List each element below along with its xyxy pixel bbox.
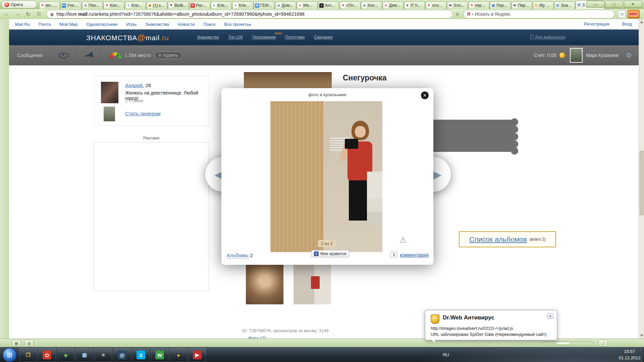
scroll-down-icon[interactable] xyxy=(640,335,643,337)
vertical-scrollbar[interactable] xyxy=(639,19,644,339)
tray-icon[interactable] xyxy=(464,352,470,358)
site-header-link[interactable]: ПриложенияNEW! xyxy=(252,35,276,40)
tray-icon[interactable] xyxy=(493,352,499,358)
browser-tab[interactable]: W Хло... xyxy=(447,1,468,9)
close-button[interactable]: ✕ xyxy=(624,1,642,8)
lightbox-close-icon[interactable]: ✕ xyxy=(421,92,429,99)
mailru-nav-link[interactable]: Mail.Ru xyxy=(15,22,30,27)
taskbar-app-button[interactable]: O xyxy=(38,348,56,362)
raise-rank-button[interactable]: ⬆ поднять xyxy=(155,52,181,59)
taskbar-app-button[interactable]: @ xyxy=(113,348,131,362)
mailru-nav-link[interactable]: Игры xyxy=(126,22,137,27)
mailru-nav-link[interactable]: Знакомства xyxy=(145,22,169,27)
drweb-close-icon[interactable]: ✕ xyxy=(547,313,553,319)
taskbar-app-button[interactable]: ● xyxy=(170,348,187,362)
tray-icon[interactable] xyxy=(561,352,567,358)
tray-icon[interactable] xyxy=(600,352,606,358)
taskbar-app-button[interactable]: ☻ xyxy=(57,348,74,362)
messages-button[interactable]: Сообщения xyxy=(9,45,51,65)
fit-width-button[interactable]: ▥ xyxy=(25,340,34,347)
taskbar-clock[interactable]: 23:57 01.12.2012 xyxy=(617,348,642,361)
mailru-nav-link[interactable]: Мой Мир xyxy=(59,22,77,27)
tray-icon[interactable] xyxy=(551,352,557,358)
wand-key-icon[interactable]: ⚿ xyxy=(35,10,43,18)
tray-icon[interactable] xyxy=(483,352,489,358)
browser-tab[interactable]: ≡ Ант... xyxy=(318,1,339,9)
browser-tab[interactable]: м Дем... xyxy=(382,1,404,9)
browser-tab[interactable]: Я мо...... xyxy=(39,1,60,9)
browser-tab[interactable]: ▣ (1) к... xyxy=(146,1,167,9)
photos-link[interactable]: Фото (2) xyxy=(248,336,266,339)
tray-icon[interactable] xyxy=(590,352,596,358)
site-header-link[interactable]: Попутчики xyxy=(285,35,305,40)
browser-tab[interactable]: ▤ Дом... xyxy=(275,1,296,9)
taskbar-app-button[interactable]: S xyxy=(132,348,150,362)
language-indicator[interactable]: RU xyxy=(443,352,449,357)
score-label[interactable]: Счёт: 0.00 xyxy=(534,53,556,58)
browser-tab[interactable]: W Пер... xyxy=(511,1,532,9)
browser-tab[interactable]: ▤ Пер... xyxy=(490,1,511,9)
user-name[interactable]: Марк Кузовлев xyxy=(586,53,619,58)
leader-avatar[interactable] xyxy=(104,107,115,121)
reload-button[interactable]: ↻ xyxy=(24,10,32,18)
images-toggle-button[interactable]: ▦ xyxy=(12,340,21,347)
settings-gear-icon[interactable]: ⚙ xyxy=(626,51,632,59)
hscroll-thumb[interactable] xyxy=(556,342,570,345)
broadcast-button[interactable] xyxy=(77,45,101,65)
search-engine-dropdown-icon[interactable]: ▾ xyxy=(472,12,473,16)
forward-button[interactable]: → xyxy=(13,10,21,18)
mobile-version-link[interactable]: Для мобильного xyxy=(530,35,566,40)
browser-tab[interactable]: e Кли... xyxy=(125,1,146,9)
browser-tab[interactable]: ✎ ВЫБ... xyxy=(168,1,189,9)
become-leader-link[interactable]: Стать лидером xyxy=(125,111,161,116)
mailru-nav-link[interactable]: Поиск xyxy=(203,22,215,27)
browser-tab[interactable]: ♘ Му ... xyxy=(533,1,554,9)
tray-icon[interactable] xyxy=(542,352,548,358)
back-button[interactable]: ← xyxy=(3,10,11,18)
scrollbar-thumb[interactable] xyxy=(640,151,644,215)
visibility-toggle[interactable] xyxy=(51,45,77,65)
browser-tab[interactable]: PC Учи... xyxy=(60,1,82,9)
register-link[interactable]: Регистрация xyxy=(584,21,609,26)
user-avatar[interactable] xyxy=(570,48,583,63)
browser-tab[interactable]: Я пер... xyxy=(468,1,489,9)
site-header-link[interactable]: Знакомства xyxy=(197,35,219,40)
yandex-icon[interactable]: Я xyxy=(467,11,470,17)
browser-tab[interactable]: Я «По... xyxy=(339,1,361,9)
site-header-link[interactable]: Свидания xyxy=(314,35,332,40)
zoom-panel-button[interactable]: ▢ xyxy=(598,340,608,347)
albums-list-link[interactable]: Список альбомов xyxy=(469,235,527,243)
start-button[interactable]: ⊞ xyxy=(3,348,17,362)
browser-tab[interactable]: Я хло... xyxy=(425,1,446,9)
taskbar-app-button[interactable]: ▦ xyxy=(76,348,93,362)
site-logo[interactable]: ЗНАКОМСТВА@mail.ru xyxy=(86,33,169,42)
tray-icon[interactable] xyxy=(571,352,577,358)
browser-tab[interactable]: e Кли... xyxy=(211,1,232,9)
minimize-button[interactable]: — xyxy=(586,1,604,8)
browser-tab[interactable]: O Рас... xyxy=(189,1,210,9)
briefcase-icon[interactable]: 8892 xyxy=(628,10,640,18)
tray-icon[interactable] xyxy=(522,352,528,358)
tray-icon[interactable] xyxy=(454,352,460,358)
tray-icon[interactable] xyxy=(532,352,538,358)
browser-tab[interactable]: ▤ Кон... xyxy=(361,1,382,9)
albums-link[interactable]: Альбомы xyxy=(227,252,249,258)
browser-tab[interactable]: it IT h... xyxy=(404,1,425,9)
lightbox-photo[interactable]: 2 из 2 xyxy=(270,101,382,252)
report-warning-icon[interactable]: ⚠ xyxy=(399,235,407,245)
tray-icon[interactable] xyxy=(610,352,616,358)
taskbar-app-button[interactable]: W xyxy=(151,348,168,362)
browser-tab[interactable]: ▤ Пио... xyxy=(82,1,103,9)
page-doc-icon[interactable]: ▤ xyxy=(618,10,626,18)
tray-icon[interactable] xyxy=(581,352,587,358)
mailru-nav-link[interactable]: Все проекты▾ xyxy=(224,22,251,27)
scroll-up-icon[interactable] xyxy=(640,21,643,23)
comments-link[interactable]: комментария xyxy=(400,252,429,258)
mailru-nav-link[interactable]: Почта xyxy=(39,22,51,27)
horizontal-scrollbar[interactable] xyxy=(543,341,594,345)
taskbar-app-button[interactable]: ⌗ xyxy=(95,348,112,362)
taskbar-app-button[interactable]: ❒ xyxy=(19,348,37,362)
facebook-like-button[interactable]: f Мне нравится xyxy=(311,250,349,257)
photo-thumbnail-1[interactable] xyxy=(246,263,283,304)
url-field[interactable]: ◉ http://love.mail.ru/anketa.phtml?oid=7… xyxy=(46,10,453,18)
